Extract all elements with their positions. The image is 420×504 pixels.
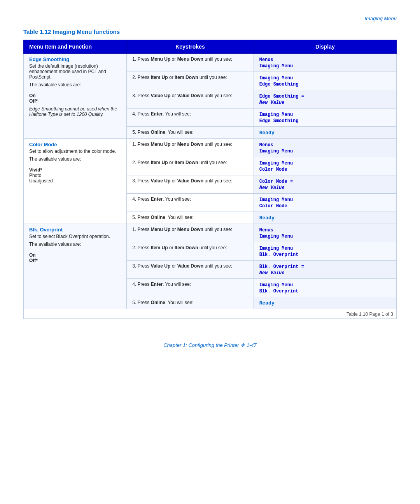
menu-item-name-edge_smoothing: Edge Smoothing [29,56,121,62]
menu-item-desc-edge_smoothing: Set the default image (resolution) enhan… [29,63,121,80]
display-edge_smoothing-0: MenusImaging Menu [254,54,396,72]
page-header: Imaging Menu [23,16,397,21]
keystroke-blk_overprint-4: 5. Press Online. You will see: [127,297,254,309]
menu-item-name-blk_overprint: Blk. Overprint [29,227,121,233]
menu-item-desc-blk_overprint: Set to select Black Overprint operation. [29,234,121,239]
keystroke-color_mode-2: 3. Press Value Up or Value Down until yo… [127,175,254,194]
col-header-display: Display [254,40,396,54]
display-blk_overprint-2: Blk. Overprint =New Value [254,261,396,279]
keystroke-edge_smoothing-1: 2. Press Item Up or Item Down until you … [127,72,254,90]
keystroke-edge_smoothing-3: 4. Press Enter. You will see: [127,108,254,127]
page-header-text: Imaging Menu [365,16,397,21]
page-footer: Chapter 1: Configuring the Printer ❖ 1-4… [23,342,397,348]
keystroke-blk_overprint-0: 1. Press Menu Up or Menu Down until you … [127,224,254,242]
display-color_mode-1: Imaging MenuColor Mode [254,157,396,175]
keystroke-blk_overprint-3: 4. Press Enter. You will see: [127,279,254,297]
keystroke-edge_smoothing-2: 3. Press Value Up or Value Down until yo… [127,90,254,108]
keystroke-color_mode-1: 2. Press Item Up or Item Down until you … [127,157,254,175]
keystroke-edge_smoothing-4: 5. Press Online. You will see: [127,127,254,139]
table-footer: Table 1.10 Page 1 of 3 [23,309,397,319]
menu-item-note-edge_smoothing: Edge Smoothing cannot be used when the H… [29,106,121,117]
display-color_mode-4: Ready [254,212,396,224]
keystroke-blk_overprint-2: 3. Press Value Up or Value Down until yo… [127,261,254,279]
menu-item-values-edge_smoothing: The available values are:OnOff* [29,82,121,104]
keystroke-blk_overprint-1: 2. Press Item Up or Item Down until you … [127,242,254,261]
display-color_mode-0: MenusImaging Menu [254,139,396,157]
display-edge_smoothing-1: Imaging MenuEdge Smoothing [254,72,396,90]
display-edge_smoothing-2: Edge Smoothing =New Value [254,90,396,108]
display-blk_overprint-3: Imaging MenuBlk. Overprint [254,279,396,297]
keystroke-edge_smoothing-0: 1. Press Menu Up or Menu Down until you … [127,54,254,72]
keystroke-color_mode-0: 1. Press Menu Up or Menu Down until you … [127,139,254,157]
display-blk_overprint-0: MenusImaging Menu [254,224,396,242]
menu-item-name-color_mode: Color Mode [29,142,121,147]
display-blk_overprint-1: Imaging MenuBlk. Overprint [254,242,396,261]
display-color_mode-2: Color Mode =New Value [254,175,396,194]
col-header-menu-item: Menu Item and Function [24,40,127,54]
menu-item-desc-color_mode: Set to allow adjustment to the color mod… [29,149,121,154]
display-blk_overprint-4: Ready [254,297,396,309]
menu-item-values-color_mode: The available values are:Vivid*PhotoUnad… [29,156,121,184]
table-title: Table 1.12 Imaging Menu functions [23,28,397,35]
display-color_mode-3: Imaging MenuColor Mode [254,194,396,212]
menu-item-values-blk_overprint: The available values are:OnOff* [29,242,121,263]
keystroke-color_mode-3: 4. Press Enter. You will see: [127,194,254,212]
col-header-keystrokes: Keystrokes [127,40,254,54]
display-edge_smoothing-3: Imaging MenuEdge Smoothing [254,108,396,127]
keystroke-color_mode-4: 5. Press Online. You will see: [127,212,254,224]
imaging-menu-table: Menu Item and Function Keystrokes Displa… [23,40,397,309]
display-edge_smoothing-4: Ready [254,127,396,139]
